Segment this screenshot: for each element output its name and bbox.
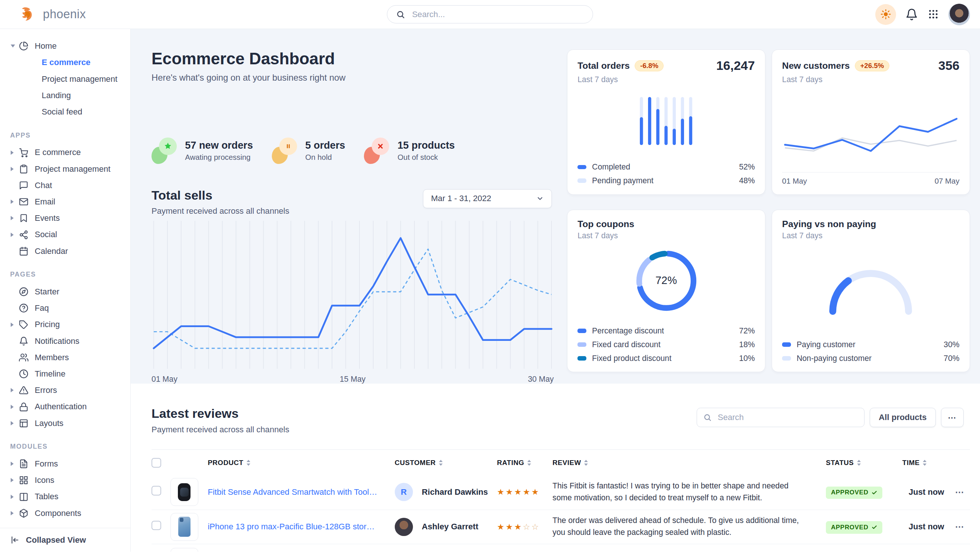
trend-badge: +26.5% xyxy=(855,60,889,72)
product-link[interactable]: iPhone 13 pro max-Pacific Blue-128GB sto… xyxy=(208,522,395,531)
total-sells-x-labels: 01 May 15 May 30 May xyxy=(151,375,554,384)
all-products-button[interactable]: All products xyxy=(870,408,936,428)
sidebar: HomeE commerceProject managementLandingS… xyxy=(0,29,131,552)
column-header-review[interactable]: REVIEW xyxy=(552,459,826,467)
top-coupons-legend-item: Fixed product discount 10% xyxy=(578,354,755,363)
stat-15-products: 15 productsOut of stock xyxy=(364,137,455,164)
total-sells-title: Total sells xyxy=(151,188,289,203)
row-more-button[interactable]: ⋯ xyxy=(950,522,970,532)
sidebar-item-authentication[interactable]: Authentication xyxy=(10,399,127,415)
legend-swatch xyxy=(782,342,791,347)
select-all-checkbox[interactable] xyxy=(151,458,161,467)
lock-icon xyxy=(19,402,29,412)
collapse-label: Collapsed View xyxy=(26,535,86,545)
check-icon xyxy=(872,490,877,496)
total-orders-legend-item: Pending payment 48% xyxy=(578,176,755,185)
product-link[interactable]: Fitbit Sense Advanced Smartwatch with To… xyxy=(208,487,395,497)
sidebar-item-social[interactable]: Social xyxy=(10,227,127,243)
reviews-search-input[interactable] xyxy=(716,412,858,423)
collapse-sidebar-button[interactable]: Collapsed View xyxy=(0,528,130,552)
sidebar-section-apps: APPS xyxy=(10,132,127,139)
dashboard-section: Ecommerce Dashboard Here's what's going … xyxy=(131,29,980,384)
sidebar-item-calendar[interactable]: Calendar xyxy=(10,243,127,259)
caret-right-icon xyxy=(10,150,19,155)
row-checkbox[interactable] xyxy=(151,521,161,530)
reviews-search[interactable] xyxy=(697,408,864,428)
sidebar-item-members[interactable]: Members xyxy=(10,349,127,366)
top-coupons-card: Top coupons Last 7 days 72% Percentage d… xyxy=(567,210,765,372)
brand-name: phoenix xyxy=(43,8,86,21)
stat-57-new-orders: 57 new ordersAwating processing xyxy=(151,137,253,164)
column-header-rating[interactable]: RATING xyxy=(497,459,552,467)
card-title: Total orders xyxy=(578,61,630,71)
navbar-actions xyxy=(875,4,970,25)
card-period: Last 7 days xyxy=(578,75,755,85)
sidebar-nav: HomeE commerceProject managementLandingS… xyxy=(0,29,130,528)
clipboard-icon xyxy=(19,164,29,174)
sidebar-item-timeline[interactable]: Timeline xyxy=(10,366,127,382)
product-thumbnail[interactable] xyxy=(170,513,198,541)
reviews-more-button[interactable]: ⋯ xyxy=(941,408,964,428)
page-title: Ecommerce Dashboard xyxy=(151,49,552,69)
sidebar-item-icons[interactable]: Icons xyxy=(10,472,127,488)
card-period: Last 7 days xyxy=(578,231,755,241)
row-more-button[interactable]: ⋯ xyxy=(950,487,970,497)
top-navbar: phoenix xyxy=(0,0,980,29)
layout-icon xyxy=(19,418,29,428)
global-search-input[interactable] xyxy=(411,9,584,20)
sidebar-item-events[interactable]: Events xyxy=(10,210,127,227)
alert-icon xyxy=(19,386,29,395)
sidebar-item-tables[interactable]: Tables xyxy=(10,488,127,505)
total-sells-subtitle: Payment received across all channels xyxy=(151,206,289,216)
sort-icon[interactable] xyxy=(247,460,250,465)
apps-menu-button[interactable] xyxy=(928,8,939,20)
notifications-button[interactable] xyxy=(905,8,918,21)
sidebar-item-email[interactable]: Email xyxy=(10,194,127,210)
total-orders-value: 16,247 xyxy=(716,58,755,73)
sidebar-item-social-feed[interactable]: Social feed xyxy=(10,104,127,120)
sidebar-item-e-commerce[interactable]: E commerce xyxy=(10,144,127,161)
product-thumbnail[interactable] xyxy=(170,478,198,506)
sort-icon[interactable] xyxy=(527,460,531,465)
search-icon xyxy=(703,413,711,421)
sidebar-item-layouts[interactable]: Layouts xyxy=(10,415,127,431)
sort-icon[interactable] xyxy=(857,460,861,465)
user-avatar[interactable] xyxy=(948,4,970,25)
sidebar-item-chat[interactable]: Chat xyxy=(10,177,127,194)
sidebar-item-pricing[interactable]: Pricing xyxy=(10,316,127,333)
reviews-controls: All products ⋯ xyxy=(697,408,964,428)
column-header-product[interactable]: PRODUCT xyxy=(208,459,395,467)
caret-right-icon xyxy=(10,166,19,172)
column-header-customer[interactable]: CUSTOMER xyxy=(395,459,422,467)
sidebar-item-errors[interactable]: Errors xyxy=(10,382,127,399)
customer-avatar: R xyxy=(395,483,413,501)
status-badge: APPROVED xyxy=(826,487,882,499)
legend-swatch xyxy=(578,329,586,333)
sidebar-item-home[interactable]: Home xyxy=(10,38,127,54)
sidebar-item-components[interactable]: Components xyxy=(10,505,127,521)
page-subtitle: Here's what's going on at your business … xyxy=(151,72,552,83)
clock-icon xyxy=(19,369,29,379)
sidebar-item-project-management[interactable]: Project management xyxy=(10,71,127,87)
sidebar-item-notifications[interactable]: Notifications xyxy=(10,333,127,349)
sort-icon[interactable] xyxy=(439,460,443,465)
sidebar-item-faq[interactable]: Faq xyxy=(10,300,127,316)
sort-icon[interactable] xyxy=(584,460,588,465)
column-header-time[interactable]: TIME xyxy=(902,459,950,467)
sidebar-section-modules: MODULES xyxy=(10,443,127,450)
sidebar-item-starter[interactable]: Starter xyxy=(10,284,127,300)
product-thumbnail[interactable] xyxy=(170,548,198,552)
brand-logo[interactable]: phoenix xyxy=(20,7,86,22)
sidebar-item-forms[interactable]: Forms xyxy=(10,456,127,472)
sort-icon[interactable] xyxy=(923,460,926,465)
sidebar-item-landing[interactable]: Landing xyxy=(10,87,127,104)
date-range-select[interactable]: Mar 1 - 31, 2022 xyxy=(423,189,552,208)
star-icon xyxy=(151,137,177,164)
sidebar-item-project-management[interactable]: Project management xyxy=(10,161,127,177)
sidebar-item-e-commerce[interactable]: E commerce xyxy=(10,54,127,71)
row-checkbox[interactable] xyxy=(151,486,161,496)
global-search[interactable] xyxy=(387,5,593,24)
sun-icon xyxy=(880,8,892,20)
theme-toggle-button[interactable] xyxy=(875,4,896,25)
column-header-status[interactable]: STATUS xyxy=(826,459,902,467)
